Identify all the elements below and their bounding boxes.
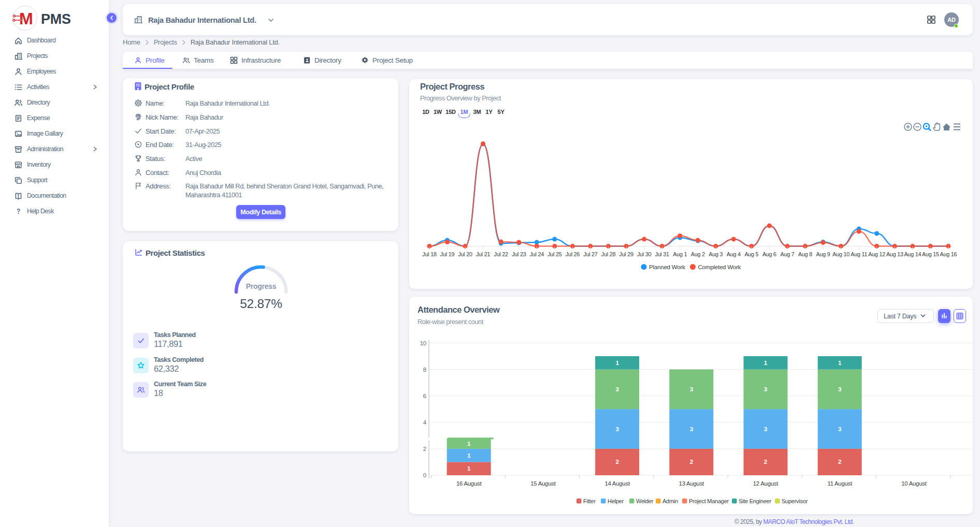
svg-text:Site Engineer: Site Engineer: [739, 498, 771, 504]
svg-text:13 August: 13 August: [679, 480, 705, 487]
svg-text:2: 2: [838, 458, 842, 465]
svg-text:16 August: 16 August: [456, 480, 482, 487]
svg-text:Jul 29: Jul 29: [619, 251, 633, 257]
svg-text:Jul 26: Jul 26: [566, 251, 580, 257]
svg-text:Jul 23: Jul 23: [512, 251, 526, 257]
svg-text:1: 1: [764, 359, 768, 366]
svg-text:15 August: 15 August: [530, 480, 556, 487]
svg-text:Supervisor: Supervisor: [782, 498, 808, 504]
svg-text:3: 3: [615, 426, 619, 432]
svg-text:Completed Work: Completed Work: [698, 264, 741, 270]
svg-text:Jul 30: Jul 30: [637, 251, 652, 257]
svg-text:2: 2: [764, 458, 768, 465]
svg-text:Jul 21: Jul 21: [476, 251, 491, 257]
svg-text:2: 2: [423, 446, 426, 452]
svg-text:Aug 7: Aug 7: [781, 251, 795, 257]
svg-text:4: 4: [423, 419, 427, 426]
svg-text:10: 10: [420, 340, 426, 346]
svg-text:Aug 6: Aug 6: [762, 251, 776, 257]
svg-text:Aug 14: Aug 14: [904, 251, 921, 257]
svg-text:Aug 11: Aug 11: [851, 251, 867, 257]
svg-text:Aug 4: Aug 4: [727, 251, 741, 257]
svg-text:1: 1: [467, 465, 471, 472]
svg-text:Planned Work: Planned Work: [649, 264, 685, 270]
svg-text:Jul 20: Jul 20: [458, 251, 472, 257]
svg-text:Helper: Helper: [608, 498, 624, 504]
svg-text:Project Manager: Project Manager: [689, 498, 729, 504]
svg-text:10 August: 10 August: [901, 480, 927, 487]
svg-text:Jul 18: Jul 18: [422, 251, 437, 257]
svg-text:Aug 2: Aug 2: [691, 251, 705, 257]
svg-text:0: 0: [423, 472, 426, 478]
svg-text:Jul 22: Jul 22: [494, 251, 509, 257]
svg-text:Aug 16: Aug 16: [940, 251, 957, 257]
svg-text:Aug 12: Aug 12: [868, 251, 885, 257]
svg-text:Admin: Admin: [662, 498, 678, 504]
svg-text:1: 1: [615, 359, 619, 366]
svg-text:Aug 9: Aug 9: [816, 251, 830, 257]
svg-text:Aug 1: Aug 1: [673, 251, 687, 257]
svg-text:3: 3: [690, 426, 694, 432]
svg-text:6: 6: [423, 393, 426, 399]
svg-text:3: 3: [764, 386, 768, 392]
svg-text:3: 3: [838, 386, 842, 392]
svg-text:Jul 31: Jul 31: [655, 251, 669, 257]
svg-text:Jul 28: Jul 28: [601, 251, 616, 257]
svg-text:Jul 19: Jul 19: [440, 251, 455, 257]
svg-text:Welder: Welder: [636, 498, 654, 504]
svg-text:Fitter: Fitter: [583, 498, 596, 504]
svg-text:3: 3: [764, 426, 768, 432]
svg-text:1: 1: [467, 440, 471, 447]
svg-text:Aug 8: Aug 8: [798, 251, 812, 257]
svg-text:3: 3: [838, 426, 842, 432]
svg-text:12 August: 12 August: [753, 480, 779, 487]
svg-text:Aug 3: Aug 3: [709, 251, 723, 257]
svg-text:3: 3: [690, 386, 694, 392]
svg-text:Jul 27: Jul 27: [583, 251, 598, 257]
svg-text:Aug 13: Aug 13: [886, 251, 903, 257]
svg-text:1: 1: [838, 359, 842, 366]
svg-text:2: 2: [690, 458, 694, 465]
svg-text:14 August: 14 August: [604, 480, 630, 487]
svg-text:1: 1: [467, 452, 471, 459]
svg-text:Jul 25: Jul 25: [547, 251, 562, 257]
svg-text:11 August: 11 August: [827, 480, 853, 487]
svg-text:3: 3: [615, 386, 619, 392]
svg-text:2: 2: [615, 458, 619, 465]
svg-text:Jul 24: Jul 24: [530, 251, 544, 257]
svg-text:Aug 10: Aug 10: [832, 251, 849, 257]
svg-text:Aug 5: Aug 5: [744, 251, 758, 257]
svg-text:8: 8: [423, 367, 426, 373]
svg-text:Aug 15: Aug 15: [922, 251, 939, 257]
